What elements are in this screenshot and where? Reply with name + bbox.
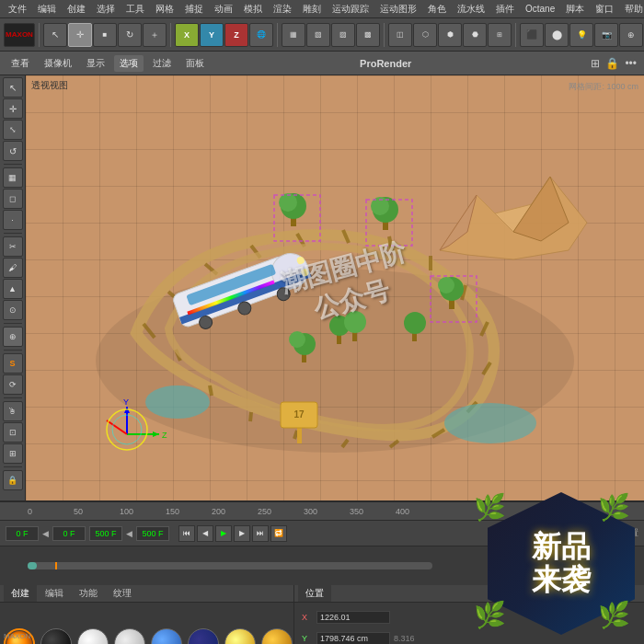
- icon-lock[interactable]: 🔒: [604, 57, 621, 70]
- lt-edge[interactable]: ◻: [3, 189, 23, 209]
- camera-tab[interactable]: 摄像机: [39, 55, 77, 72]
- lt-select[interactable]: ↖: [3, 77, 23, 98]
- menu-octane[interactable]: Octane: [521, 4, 559, 14]
- end-frame-input1[interactable]: [89, 526, 122, 541]
- current-frame-input[interactable]: [52, 526, 86, 541]
- start-frame-input[interactable]: [6, 526, 39, 541]
- menu-animate[interactable]: 动画: [210, 3, 237, 16]
- next-frame-btn[interactable]: ▶: [234, 525, 250, 542]
- obj-cube[interactable]: ⬛: [520, 23, 544, 47]
- bottom-panel: 创建 编辑 功能 纹理 车窗 车身黑 车身白 车身白: [0, 583, 644, 644]
- menu-mesh[interactable]: 网格: [151, 3, 178, 16]
- maxon-logo: MAXON: [4, 632, 30, 640]
- lt-lock[interactable]: 🔒: [3, 470, 23, 490]
- lt-knife[interactable]: ✂: [3, 236, 23, 257]
- mat-tab-edit[interactable]: 编辑: [38, 585, 71, 602]
- timeline-track[interactable]: [0, 546, 644, 585]
- lt-cursor[interactable]: ⊕: [3, 327, 23, 347]
- display-tab[interactable]: 显示: [81, 55, 110, 72]
- axis-world[interactable]: 🌐: [249, 23, 273, 47]
- view-right[interactable]: ⬣: [463, 23, 487, 47]
- menu-pipeline[interactable]: 流水线: [453, 3, 489, 16]
- menu-select[interactable]: 选择: [92, 3, 120, 16]
- render-btn[interactable]: ▦: [282, 23, 305, 47]
- axis-y[interactable]: Y: [200, 23, 224, 47]
- lt-point[interactable]: ·: [3, 210, 23, 230]
- lt-extrude[interactable]: ▲: [3, 279, 23, 299]
- lt-poly[interactable]: ▦: [3, 167, 23, 188]
- lt-grid[interactable]: ⊞: [3, 443, 23, 464]
- obj-null[interactable]: ⊕: [619, 23, 643, 47]
- lt-loop[interactable]: ⊙: [3, 300, 23, 320]
- scale-tool[interactable]: ■: [93, 23, 117, 47]
- lt-move[interactable]: ✛: [3, 98, 23, 119]
- lt-snap[interactable]: ⊡: [3, 422, 23, 443]
- axis-x[interactable]: X: [175, 23, 199, 47]
- play-btn[interactable]: ▶: [215, 525, 232, 542]
- menu-help[interactable]: 帮助: [620, 3, 644, 16]
- maxon-logo-btn[interactable]: MAXON: [4, 23, 35, 47]
- prev-frame-btn[interactable]: ◀: [197, 525, 213, 542]
- obj-light[interactable]: 💡: [569, 23, 593, 47]
- add-tool[interactable]: ＋: [143, 23, 167, 47]
- menu-tools[interactable]: 工具: [121, 3, 149, 16]
- menu-script[interactable]: 脚本: [561, 3, 589, 16]
- view-tab[interactable]: 查看: [6, 55, 35, 72]
- viewport[interactable]: 透视视图 网格间距: 1000 cm: [26, 75, 644, 500]
- render-anim[interactable]: ▩: [356, 23, 380, 47]
- skip-start-btn[interactable]: ⏮: [178, 525, 195, 542]
- menu-snap[interactable]: 捕捉: [180, 3, 208, 16]
- filter-tab[interactable]: 过滤: [147, 55, 177, 72]
- menu-mograph[interactable]: 运动图形: [375, 3, 421, 16]
- material-body-blue[interactable]: 车身色: [151, 628, 182, 645]
- lt-S[interactable]: S: [3, 353, 23, 374]
- coord-y-value[interactable]: [316, 632, 390, 644]
- options-tab[interactable]: 选项: [114, 55, 144, 72]
- lt-rotate[interactable]: ↺: [3, 141, 23, 161]
- menu-edit[interactable]: 编辑: [33, 3, 61, 16]
- obj-sphere[interactable]: ⬤: [545, 23, 569, 47]
- material-body-black[interactable]: 车身黑: [40, 628, 72, 645]
- menu-plugins[interactable]: 插件: [491, 3, 519, 16]
- menu-render[interactable]: 渲染: [269, 3, 296, 16]
- material-body-white2[interactable]: 车身白: [114, 628, 145, 645]
- lt-scale[interactable]: ⤡: [3, 120, 23, 140]
- loop-btn[interactable]: 🔁: [270, 525, 287, 542]
- select-tool[interactable]: ↖: [43, 23, 67, 47]
- skip-end-btn[interactable]: ⏭: [252, 525, 269, 542]
- icon-dots[interactable]: •••: [623, 57, 638, 70]
- coord-x-value[interactable]: [316, 611, 390, 624]
- end-frame-input2[interactable]: [136, 526, 169, 541]
- move-tool[interactable]: ✛: [68, 23, 92, 47]
- menu-create[interactable]: 创建: [63, 3, 90, 16]
- menu-simulate[interactable]: 模拟: [239, 3, 267, 16]
- coord-tab-position[interactable]: 位置: [298, 585, 331, 602]
- material-light1[interactable]: 车灯1: [224, 628, 256, 645]
- lt-brush[interactable]: 🖌: [3, 258, 23, 278]
- view-top[interactable]: ⬢: [438, 23, 462, 47]
- mat-tab-function[interactable]: 功能: [72, 585, 105, 602]
- mat-tab-texture[interactable]: 纹理: [106, 585, 139, 602]
- axis-z[interactable]: Z: [224, 23, 248, 47]
- material-body-darkblue[interactable]: 车身色: [188, 628, 219, 645]
- menu-file[interactable]: 文件: [4, 3, 31, 16]
- left-toolbar: ↖ ✛ ⤡ ↺ ▦ ◻ · ✂ 🖌 ▲ ⊙ ⊕ S ⟳ 🖱 ⊡ ⊞ 🔒: [0, 75, 26, 500]
- view-persp[interactable]: ⬡: [413, 23, 437, 47]
- panel-tab[interactable]: 面板: [180, 55, 210, 72]
- render-region[interactable]: ▧: [306, 23, 330, 47]
- lt-deform[interactable]: ⟳: [3, 374, 23, 395]
- material-body-white1[interactable]: 车身白: [77, 628, 109, 645]
- lt-mouse[interactable]: 🖱: [3, 401, 23, 421]
- obj-cam[interactable]: 📷: [594, 23, 618, 47]
- menu-window[interactable]: 窗口: [591, 3, 618, 16]
- menu-motiontrack[interactable]: 运动跟踪: [328, 3, 374, 16]
- view-4quad[interactable]: ⊞: [488, 23, 512, 47]
- icon-layout[interactable]: ⊞: [589, 57, 602, 70]
- render-frame[interactable]: ▨: [331, 23, 355, 47]
- mat-tab-create[interactable]: 创建: [4, 584, 37, 602]
- menu-sculpt[interactable]: 雕刻: [298, 3, 326, 16]
- view-front[interactable]: ◫: [388, 23, 412, 47]
- rotate-tool[interactable]: ↻: [118, 23, 142, 47]
- menu-character[interactable]: 角色: [423, 3, 451, 16]
- material-light2[interactable]: 车灯2: [261, 628, 293, 645]
